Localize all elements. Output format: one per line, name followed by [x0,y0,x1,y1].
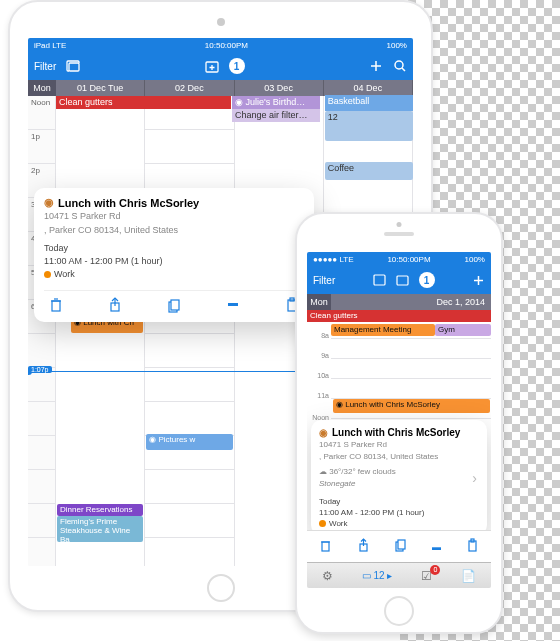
share-icon[interactable] [103,297,127,316]
popover-store: Stonegate [319,479,479,489]
add-icon[interactable] [472,274,485,287]
svg-rect-23 [322,542,329,551]
day-header: Mon Dec 1, 2014 [307,294,491,310]
event-clean[interactable]: Clean gutters [307,310,491,322]
windows-icon[interactable] [373,274,386,286]
filter-button[interactable]: Filter [34,61,56,72]
today-badge[interactable]: 1 [229,58,245,74]
svg-rect-19 [374,275,385,285]
event-icon: ◉ [44,196,54,209]
event-popover: ◉Lunch with Chris McSorley 10471 S Parke… [34,188,314,322]
clock-label: 10:50:00PM [205,41,248,50]
day-column-3[interactable]: 04 Dec [324,80,413,96]
event-popover: ◉Lunch with Chris McSorley 10471 S Parke… [311,420,487,535]
calendar-icon[interactable] [396,274,409,286]
hour-label [28,334,55,368]
day-column-1[interactable]: 02 Dec [145,80,234,96]
hour-label: 9a [307,352,331,359]
hour-label [28,402,55,436]
week-day-label: Mon [307,294,331,310]
hour-label: Noon [28,96,55,130]
hour-label [28,504,55,538]
calendar-add-icon[interactable] [205,60,219,73]
notes-icon[interactable]: ▬ [221,297,245,316]
popover-address-1: 10471 S Parker Rd [319,440,479,450]
event-icon: ◉ [319,427,328,438]
action-bar: ▬ [307,530,491,562]
carrier-label: ●●●●● LTE [313,255,353,264]
event-filter[interactable]: Change air filter… [232,109,320,122]
tab-bar: ⚙ ▭ 12 ▸ ☑0 📄 [307,562,491,588]
tab-settings-icon[interactable]: ⚙ [322,569,333,583]
event-lunch[interactable]: ◉ Lunch with Chris McSorley [333,399,490,413]
notes-icon[interactable]: ▬ [432,542,441,552]
popover-address-2: , Parker CO 80134, United States [319,452,479,462]
popover-title: Lunch with Chris McSorley [332,427,460,438]
search-icon[interactable] [393,59,407,73]
hour-label [28,538,55,566]
popover-address-1: 10471 S Parker Rd [44,211,304,223]
hour-label [28,436,55,470]
camera-dot [397,222,402,227]
event-dinner[interactable]: Dinner Reservations [57,504,143,516]
svg-rect-20 [397,276,408,285]
speaker [384,232,414,236]
toolbar: Filter 1 [307,266,491,294]
popover-today: Today [319,496,479,507]
svg-rect-16 [171,300,179,310]
tab-calendar[interactable]: ▭ 12 ▸ [362,570,393,581]
grid-column[interactable]: ◉ Pictures w [145,96,234,566]
popover-calendar: Work [329,519,348,528]
duplicate-icon[interactable] [394,538,407,556]
date-label[interactable]: Dec 1, 2014 [331,294,491,310]
iphone-screen: ●●●●● LTE 10:50:00PM 100% Filter 1 Mon D… [307,252,491,588]
svg-point-8 [395,61,403,69]
tab-tasks-icon[interactable]: ☑0 [421,569,432,583]
event-pictures[interactable]: ◉ Pictures w [146,434,232,450]
share-icon[interactable] [357,538,370,556]
hour-label [28,368,55,402]
event-julie[interactable]: ◉ Julie's Birthd… [232,96,320,109]
svg-rect-28 [398,540,405,549]
hour-label: 11a [307,392,331,399]
duplicate-icon[interactable] [162,297,186,316]
carrier-label: iPad LTE [34,41,66,50]
today-badge[interactable]: 1 [419,272,435,288]
day-column-2[interactable]: 03 Dec [235,80,324,96]
status-bar: iPad LTE 10:50:00PM 100% [28,38,413,52]
trash-icon[interactable] [319,538,332,556]
event-coffee[interactable]: Coffee [325,162,413,180]
status-bar: ●●●●● LTE 10:50:00PM 100% [307,252,491,266]
day-view[interactable]: Clean gutters 8a Management Meeting Gym … [307,310,491,530]
clock-label: 10:50:00PM [387,255,430,264]
add-icon[interactable] [369,59,383,73]
event-gym[interactable]: Gym [435,324,491,336]
week-day-label: Mon [28,80,56,96]
event-fleming[interactable]: Fleming's Prime Steakhouse & Wine Ba [57,516,143,542]
popover-calendar: Work [54,269,75,279]
day-column-0[interactable]: 01 Dec Tue [56,80,145,96]
event-basketball-body[interactable]: 12 [325,111,413,141]
trash-icon[interactable] [44,297,68,316]
home-button[interactable] [384,596,414,626]
clipboard-icon[interactable] [466,538,479,556]
now-time-label: 1:07p [28,366,52,373]
tab-notes-icon[interactable]: 📄 [461,569,476,583]
popover-time: 11:00 AM - 12:00 PM (1 hour) [44,255,304,268]
chevron-right-icon[interactable]: › [472,470,477,486]
grid-column[interactable]: ◉ Lunch with Ch Dinner Reservations Flem… [56,96,145,566]
popover-weather: ☁ 36°/32° few clouds [319,467,479,477]
home-button[interactable] [207,574,235,602]
windows-icon[interactable] [66,60,80,72]
iphone-device: ●●●●● LTE 10:50:00PM 100% Filter 1 Mon D… [295,212,503,634]
toolbar: Filter 1 [28,52,413,80]
camera-dot [217,18,225,26]
event-clean[interactable]: Clean gutters [56,96,231,109]
hour-label: 10a [307,372,331,379]
popover-title: Lunch with Chris McSorley [58,197,199,209]
hour-label: 8a [307,332,331,339]
day-header: Mon 01 Dec Tue 02 Dec 03 Dec 04 Dec [28,80,413,96]
filter-button[interactable]: Filter [313,275,335,286]
event-mgmt[interactable]: Management Meeting [331,324,435,336]
event-basketball[interactable]: Basketball [325,95,413,111]
